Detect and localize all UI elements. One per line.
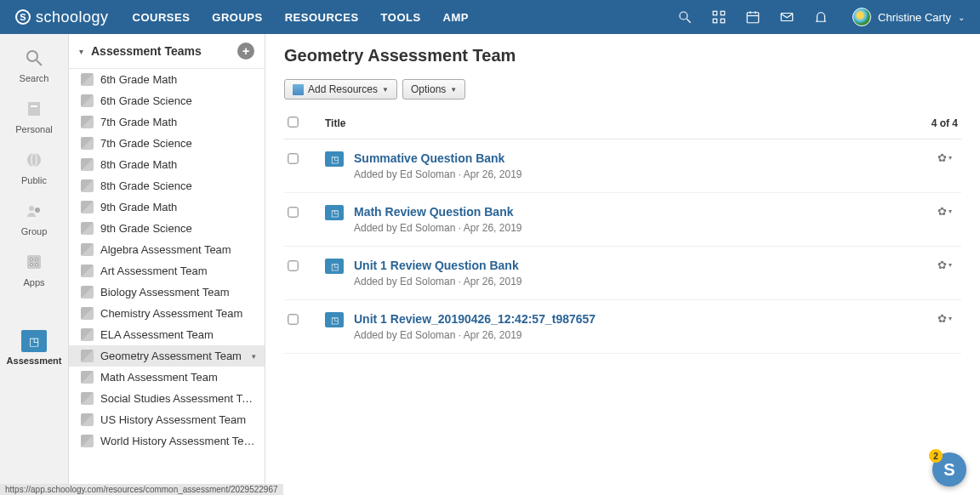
bell-icon[interactable]: [813, 9, 829, 25]
team-icon: [81, 222, 94, 235]
tree-item-label: Art Assessment Team: [100, 265, 207, 277]
tree-item[interactable]: 9th Grade Math: [69, 196, 265, 218]
tree-item[interactable]: 6th Grade Science: [69, 90, 265, 111]
tree-item[interactable]: 7th Grade Science: [69, 133, 265, 154]
rail-apps[interactable]: Apps: [9, 250, 60, 287]
mail-icon[interactable]: [779, 9, 795, 25]
brand-logo[interactable]: S schoology: [15, 9, 109, 26]
add-team-button[interactable]: +: [237, 43, 254, 60]
avatar: [852, 8, 871, 26]
tree-item[interactable]: Chemistry Assessment Team: [69, 303, 265, 324]
magnify-icon: [22, 46, 46, 70]
toolbar: Add Resources ▼ Options ▼: [284, 79, 961, 100]
user-menu[interactable]: Christine Carty ⌄: [852, 8, 965, 26]
add-resources-button[interactable]: Add Resources ▼: [284, 79, 397, 100]
svg-line-1: [687, 19, 691, 23]
tree-item[interactable]: 8th Grade Science: [69, 175, 265, 196]
nav-groups[interactable]: GROUPS: [212, 11, 262, 24]
globe-icon: [22, 148, 46, 172]
tree-item-label: Social Studies Assessment Team: [100, 392, 256, 405]
row-checkbox[interactable]: [288, 260, 298, 270]
tree-item[interactable]: Biology Assessment Team: [69, 282, 265, 303]
rail-search[interactable]: Search: [9, 46, 60, 83]
row-options-button[interactable]: ✿▾: [937, 205, 958, 218]
rail-group[interactable]: Group: [9, 199, 60, 236]
row-checkbox[interactable]: [288, 314, 298, 324]
options-button[interactable]: Options ▼: [402, 79, 465, 100]
team-icon: [81, 73, 94, 86]
question-bank-icon: [325, 205, 344, 220]
page-title: Geometry Assessment Team: [284, 46, 961, 65]
tree-item[interactable]: 9th Grade Science: [69, 218, 265, 239]
tree-item[interactable]: World History Assessment Team: [69, 430, 265, 452]
svg-point-11: [27, 51, 37, 61]
resource-title[interactable]: Unit 1 Review Question Bank: [354, 259, 937, 272]
tree-item[interactable]: Algebra Assessment Team: [69, 239, 265, 260]
resource-row: Unit 1 Review_20190426_12:42:57_t987657 …: [284, 300, 961, 354]
row-options-button[interactable]: ✿▾: [937, 151, 958, 164]
tree-item[interactable]: Social Studies Assessment Team: [69, 388, 265, 409]
resource-row: Summative Question Bank Added by Ed Solo…: [284, 139, 961, 193]
tree-item-label: 7th Grade Science: [100, 137, 192, 150]
tree-title: Assessment Teams: [91, 44, 202, 58]
resource-title[interactable]: Summative Question Bank: [354, 151, 937, 165]
question-bank-icon: [325, 312, 344, 327]
rail-personal[interactable]: Personal: [9, 97, 60, 134]
row-options-button[interactable]: ✿▾: [937, 312, 958, 325]
team-icon: [81, 179, 94, 192]
rail-public[interactable]: Public: [9, 148, 60, 185]
tree-item[interactable]: Art Assessment Team: [69, 260, 265, 282]
group-icon: [22, 199, 46, 223]
nav-amp[interactable]: AMP: [443, 11, 469, 24]
tree-item[interactable]: 6th Grade Math: [69, 69, 265, 90]
apps-icon: [22, 250, 46, 274]
column-title: Title: [325, 117, 932, 129]
calendar-icon[interactable]: [745, 9, 761, 25]
tree-item-label: US History Assessment Team: [100, 413, 246, 426]
svg-point-21: [36, 259, 38, 261]
tree-item[interactable]: Geometry Assessment Team▾: [69, 345, 265, 367]
svg-point-15: [27, 153, 41, 167]
tree-item[interactable]: ELA Assessment Team: [69, 324, 265, 345]
rail-assessment[interactable]: ◳ Assessment: [9, 330, 60, 366]
nav-tools[interactable]: TOOLS: [381, 11, 421, 24]
resource-title[interactable]: Math Review Question Bank: [354, 205, 937, 219]
tree-item-label: Geometry Assessment Team: [100, 350, 242, 362]
svg-rect-14: [31, 105, 37, 107]
svg-rect-19: [27, 255, 41, 269]
tree-item[interactable]: Math Assessment Team: [69, 367, 265, 388]
chat-fab[interactable]: S 2: [932, 452, 966, 486]
apps-grid-icon[interactable]: [711, 9, 726, 25]
question-bank-icon: [325, 151, 344, 167]
nav-courses[interactable]: COURSES: [133, 11, 191, 24]
tree-item[interactable]: 7th Grade Math: [69, 111, 265, 133]
team-icon: [81, 201, 94, 213]
row-checkbox[interactable]: [288, 207, 298, 217]
tree-item-label: Math Assessment Team: [100, 371, 218, 384]
row-options-button[interactable]: ✿▾: [937, 259, 958, 271]
tree-item-label: 8th Grade Science: [100, 179, 192, 192]
tree-header[interactable]: ▾ Assessment Teams +: [69, 34, 265, 69]
list-header: Title 4 of 4: [284, 111, 961, 139]
svg-rect-2: [713, 11, 717, 15]
resource-title[interactable]: Unit 1 Review_20190426_12:42:57_t987657: [354, 312, 937, 326]
item-count: 4 of 4: [932, 117, 958, 129]
team-icon: [81, 328, 94, 341]
nav-resources[interactable]: RESOURCES: [285, 11, 359, 24]
team-icon: [81, 435, 94, 447]
search-icon[interactable]: [677, 9, 692, 25]
status-bar-url: https://app.schoology.com/resources/comm…: [0, 484, 283, 495]
svg-rect-10: [781, 14, 793, 21]
svg-point-0: [680, 12, 687, 20]
caret-down-icon[interactable]: ▾: [252, 352, 256, 361]
tree-item-label: Biology Assessment Team: [100, 286, 230, 299]
resource-meta: Added by Ed Soloman · Apr 26, 2019: [354, 329, 937, 341]
tree-item[interactable]: US History Assessment Team: [69, 409, 265, 430]
svg-point-17: [29, 206, 34, 211]
tree-item-label: 6th Grade Math: [100, 73, 177, 86]
question-bank-icon: [325, 259, 344, 274]
row-checkbox[interactable]: [288, 153, 298, 163]
tree-item[interactable]: 8th Grade Math: [69, 154, 265, 175]
svg-rect-13: [28, 102, 40, 116]
select-all-checkbox[interactable]: [288, 117, 298, 127]
